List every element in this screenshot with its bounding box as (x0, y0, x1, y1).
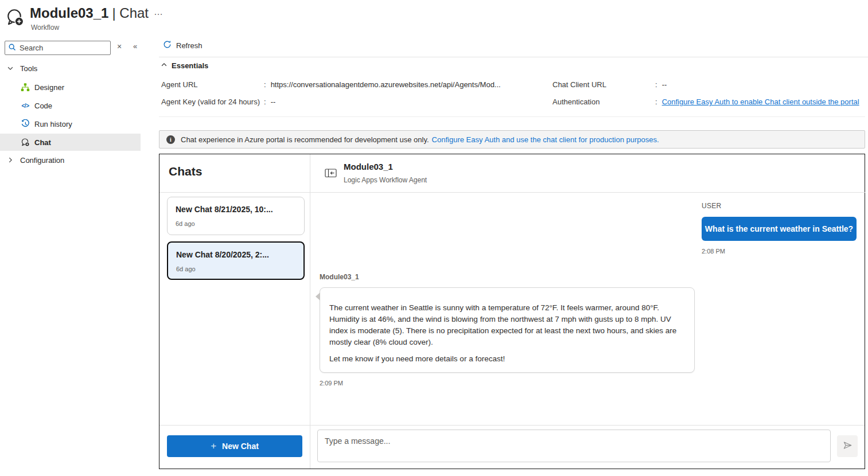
essentials-toggle[interactable]: Essentials (161, 61, 208, 70)
page-title-suffix: | Chat (112, 5, 149, 21)
essentials-field-agent-key: Agent Key (valid for 24 hours) : -- (161, 97, 275, 106)
chat-item-age: 6d ago (176, 266, 196, 272)
sidebar-collapse-icon[interactable]: « (133, 42, 137, 50)
sidebar-group-label: Configuration (20, 156, 64, 165)
chats-header-divider (159, 192, 310, 193)
new-chat-button[interactable]: + New Chat (167, 435, 302, 457)
configure-easy-auth-link[interactable]: Configure Easy Auth to enable Chat clien… (662, 97, 859, 106)
field-label: Chat Client URL (552, 80, 655, 89)
field-value: -- (271, 97, 276, 106)
sidebar-group-configuration[interactable]: Configuration (0, 151, 141, 169)
conversation-agent-name: Module03_1 (344, 162, 393, 171)
banner-link[interactable]: Configure Easy Auth and use the chat cli… (432, 135, 659, 144)
essentials-title: Essentials (172, 61, 208, 70)
new-chat-label: New Chat (222, 442, 259, 451)
chevron-right-icon (7, 156, 15, 164)
chat-item-age: 6d ago (176, 220, 195, 227)
panel-divider (310, 154, 310, 469)
command-bar-divider (159, 57, 868, 57)
field-value: -- (662, 80, 667, 89)
chat-item-title: New Chat 8/21/2025, 10:... (176, 205, 273, 214)
page-title: Module03_1| Chat (30, 5, 149, 21)
agent-sender-label: Module03_1 (320, 273, 359, 281)
chat-blade-page: Module03_1| Chat Workflow … × « Tools De… (0, 0, 868, 476)
sidebar-item-label: Designer (34, 83, 64, 92)
send-button[interactable] (837, 435, 858, 457)
chat-list-item-selected[interactable]: New Chat 8/20/2025, 2:... 6d ago (167, 241, 305, 280)
sidebar-item-label: Code (34, 102, 52, 110)
chevron-down-icon (7, 64, 15, 72)
agent-message-paragraph: Let me know if you need more details or … (329, 353, 685, 365)
message-timestamp: 2:09 PM (320, 380, 343, 387)
user-role-label: USER (702, 202, 722, 210)
sidebar-group-tools[interactable]: Tools (0, 60, 141, 77)
essentials-divider (159, 116, 865, 117)
banner-text: Chat experience in Azure portal is recom… (181, 135, 429, 144)
code-icon: </> (21, 101, 30, 110)
chat-container: Chats New Chat 8/21/2025, 10:... 6d ago … (159, 154, 865, 469)
designer-icon (21, 83, 30, 92)
chat-list-item[interactable]: New Chat 8/21/2025, 10:... 6d ago (167, 197, 305, 235)
page-title-name: Module03_1 (30, 5, 108, 21)
essentials-field-agent-url: Agent URL : https://conversationalagentd… (161, 80, 501, 89)
agent-message-paragraph: The current weather in Seattle is sunny … (329, 302, 685, 348)
refresh-icon (163, 40, 172, 50)
user-message-bubble: What is the current weather in Seattle? (702, 217, 857, 241)
plus-icon: + (211, 440, 216, 452)
field-value: https://conversationalagentdemo.azureweb… (271, 80, 501, 89)
search-icon (9, 43, 16, 53)
search-input[interactable] (20, 44, 120, 52)
sidebar-search[interactable] (5, 41, 111, 55)
chevron-up-icon (161, 61, 168, 70)
sidebar-item-chat[interactable]: Chat (0, 134, 141, 151)
field-label: Agent URL (161, 80, 264, 89)
footer-divider (159, 425, 865, 426)
conversation-header-divider (310, 192, 865, 193)
page-subtitle: Workflow (31, 24, 59, 32)
essentials-field-chat-client-url: Chat Client URL : -- (552, 80, 667, 89)
sidebar-item-run-history[interactable]: Run history (0, 115, 141, 132)
search-clear-icon[interactable]: × (117, 42, 122, 51)
sidebar-item-label: Chat (34, 138, 51, 147)
message-timestamp: 2:08 PM (702, 248, 725, 255)
sidebar-item-label: Run history (34, 120, 72, 128)
info-banner: i Chat experience in Azure portal is rec… (159, 130, 865, 149)
chat-workflow-icon (5, 7, 25, 27)
field-label: Agent Key (valid for 24 hours) (161, 97, 264, 106)
conversation-agent-subtitle: Logic Apps Workflow Agent (344, 176, 427, 184)
info-icon: i (166, 135, 175, 144)
sidebar-item-designer[interactable]: Designer (0, 79, 141, 96)
sidebar-item-code[interactable]: </> Code (0, 97, 141, 114)
chat-icon (21, 138, 30, 147)
run-history-icon (21, 119, 30, 128)
chat-item-title: New Chat 8/20/2025, 2:... (176, 250, 269, 259)
message-input[interactable] (317, 430, 831, 462)
more-options-icon[interactable]: … (154, 7, 164, 17)
chats-panel-title: Chats (169, 165, 202, 178)
agent-message-bubble: The current weather in Seattle is sunny … (320, 287, 695, 373)
collapse-panel-icon[interactable] (325, 168, 337, 178)
refresh-label: Refresh (176, 41, 203, 50)
field-label: Authentication (552, 97, 655, 106)
refresh-button[interactable]: Refresh (163, 40, 203, 50)
send-icon (842, 440, 853, 452)
sidebar-group-label: Tools (20, 64, 37, 73)
essentials-field-authentication: Authentication : Configure Easy Auth to … (552, 97, 859, 106)
